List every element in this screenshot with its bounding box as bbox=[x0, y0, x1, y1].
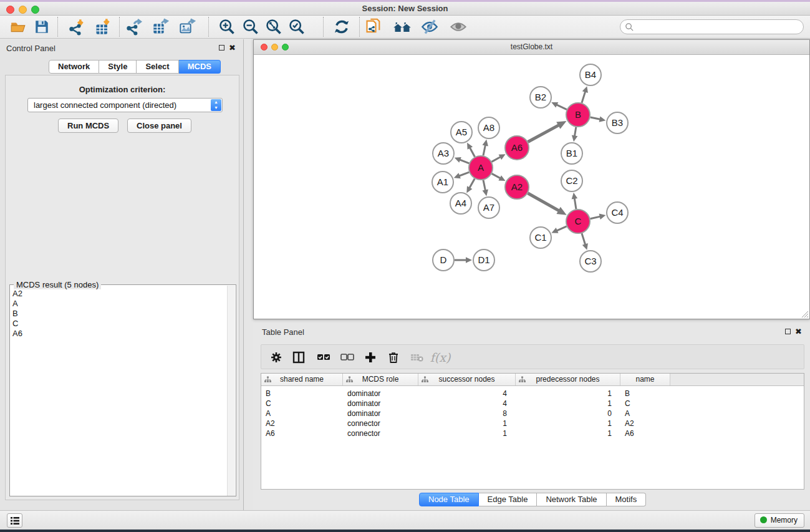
close-panel-button[interactable]: Close panel bbox=[127, 118, 191, 133]
result-scrollbar[interactable] bbox=[227, 286, 235, 496]
tab-edge-table[interactable]: Edge Table bbox=[479, 493, 538, 506]
minimize-network-button[interactable] bbox=[271, 44, 278, 51]
refresh-layout-icon[interactable] bbox=[332, 17, 351, 36]
graph-edge-C-C1[interactable] bbox=[556, 226, 567, 231]
graph-edge-C-C4[interactable] bbox=[591, 216, 601, 219]
show-eye-icon[interactable] bbox=[449, 17, 468, 36]
add-column-icon[interactable] bbox=[363, 350, 378, 365]
table-cell[interactable]: 1 bbox=[516, 389, 620, 399]
table-row[interactable]: A2connector11A2 bbox=[261, 418, 804, 428]
table-row[interactable]: Cdominator41C bbox=[261, 399, 804, 409]
table-cell[interactable]: connector bbox=[343, 418, 418, 428]
table-row[interactable]: Adominator80A bbox=[261, 409, 804, 418]
table-row[interactable]: Bdominator41B bbox=[261, 389, 804, 399]
settings-gear-icon[interactable] bbox=[269, 350, 284, 365]
tab-select[interactable]: Select bbox=[137, 60, 178, 74]
graph-edge-A-A1[interactable] bbox=[458, 172, 469, 176]
result-item[interactable]: A bbox=[11, 299, 223, 309]
table-cell[interactable]: 0 bbox=[516, 409, 620, 418]
column-header-successor-nodes[interactable]: successor nodes bbox=[418, 374, 516, 385]
tab-motifs[interactable]: Motifs bbox=[607, 493, 647, 506]
clone-network-icon[interactable] bbox=[364, 17, 383, 36]
zoom-selected-icon[interactable] bbox=[287, 17, 306, 36]
result-item[interactable]: A2 bbox=[11, 289, 223, 299]
table-cell[interactable]: 1 bbox=[516, 428, 620, 438]
result-item[interactable]: B bbox=[11, 309, 223, 319]
node-table[interactable]: shared nameMCDS rolesuccessor nodesprede… bbox=[261, 373, 804, 490]
table-cell[interactable]: 8 bbox=[418, 409, 516, 418]
table-cell[interactable]: 1 bbox=[516, 418, 620, 428]
graph-edge-B-B2[interactable] bbox=[556, 104, 566, 109]
zoom-in-icon[interactable] bbox=[218, 17, 236, 36]
table-cell[interactable]: B bbox=[261, 389, 343, 399]
zoom-fit-icon[interactable] bbox=[264, 17, 283, 36]
float-panel-icon[interactable] bbox=[219, 45, 224, 51]
column-header-predecessor-nodes[interactable]: predecessor nodes bbox=[516, 374, 620, 385]
select-all-icon[interactable] bbox=[316, 350, 331, 365]
run-mcds-button[interactable]: Run MCDS bbox=[58, 118, 118, 133]
resize-grip[interactable] bbox=[801, 310, 809, 318]
table-row[interactable]: A6connector11A6 bbox=[261, 428, 804, 438]
task-history-button[interactable] bbox=[7, 513, 22, 528]
graph-edge-A-A7[interactable] bbox=[483, 180, 486, 191]
zoom-network-button[interactable] bbox=[282, 44, 289, 51]
graph-edge-A6-B[interactable] bbox=[528, 125, 560, 142]
graph-edge-A-A6[interactable] bbox=[492, 157, 501, 162]
memory-button[interactable]: Memory bbox=[755, 513, 804, 528]
export-table-icon[interactable] bbox=[152, 17, 170, 36]
table-cell[interactable]: 1 bbox=[418, 418, 516, 428]
search-field[interactable] bbox=[620, 19, 804, 34]
table-cell[interactable]: 4 bbox=[418, 389, 516, 399]
graph-edge-A-A4[interactable] bbox=[469, 178, 475, 188]
deselect-all-icon[interactable] bbox=[340, 350, 355, 365]
graph-edge-A-A5[interactable] bbox=[470, 147, 475, 157]
table-cell[interactable]: 1 bbox=[516, 399, 620, 409]
table-cell[interactable]: C bbox=[620, 399, 670, 409]
table-cell[interactable]: B bbox=[620, 389, 670, 399]
tab-network[interactable]: Network bbox=[49, 60, 99, 74]
column-header-shared-name[interactable]: shared name bbox=[261, 374, 343, 385]
hide-selected-icon[interactable] bbox=[420, 17, 439, 36]
close-panel-icon[interactable]: ✖ bbox=[795, 327, 802, 336]
table-cell[interactable]: dominator bbox=[343, 399, 418, 409]
save-session-icon[interactable] bbox=[32, 17, 51, 36]
graph-edge-C-C2[interactable] bbox=[574, 198, 576, 210]
delete-table-icon[interactable] bbox=[410, 350, 425, 365]
export-image-icon[interactable] bbox=[178, 17, 197, 36]
result-item[interactable]: A6 bbox=[11, 329, 223, 339]
minimize-window-button[interactable] bbox=[19, 6, 27, 14]
graph-edge-C-C3[interactable] bbox=[582, 233, 586, 245]
table-cell[interactable]: C bbox=[261, 399, 343, 409]
zoom-window-button[interactable] bbox=[31, 6, 39, 14]
table-cell[interactable]: connector bbox=[343, 428, 418, 438]
open-session-icon[interactable] bbox=[9, 17, 27, 36]
table-cell[interactable]: A6 bbox=[620, 428, 670, 438]
search-input[interactable] bbox=[637, 21, 799, 32]
delete-column-icon[interactable] bbox=[386, 350, 401, 365]
tab-mcds[interactable]: MCDS bbox=[179, 60, 221, 74]
function-builder-icon[interactable]: f(x) bbox=[433, 350, 448, 365]
table-cell[interactable]: 4 bbox=[418, 399, 516, 409]
table-cell[interactable]: dominator bbox=[343, 409, 418, 418]
graph-edge-A-A8[interactable] bbox=[483, 144, 486, 155]
column-header-MCDS-role[interactable]: MCDS role bbox=[343, 374, 418, 385]
table-cell[interactable]: A2 bbox=[261, 418, 343, 428]
table-cell[interactable]: A bbox=[620, 409, 670, 418]
tab-network-table[interactable]: Network Table bbox=[537, 493, 606, 506]
network-canvas[interactable]: B4B2BB3A5A8A3A6B1AA1C2A4A7A2CC4C1C3DD1 bbox=[254, 55, 809, 319]
tab-node-table[interactable]: Node Table bbox=[419, 493, 479, 506]
split-columns-icon[interactable] bbox=[291, 350, 306, 365]
graph-edge-A2-C[interactable] bbox=[528, 193, 559, 211]
table-cell[interactable]: A bbox=[261, 409, 343, 418]
result-item[interactable]: C bbox=[11, 319, 223, 329]
table-cell[interactable]: dominator bbox=[343, 389, 418, 399]
import-network-icon[interactable] bbox=[67, 17, 86, 36]
close-window-button[interactable] bbox=[6, 6, 14, 14]
table-cell[interactable]: A2 bbox=[620, 418, 670, 428]
zoom-out-icon[interactable] bbox=[241, 17, 260, 36]
float-panel-icon[interactable] bbox=[785, 329, 791, 334]
table-cell[interactable]: 1 bbox=[418, 428, 516, 438]
optimization-criterion-select[interactable]: largest connected component (directed) ▲… bbox=[27, 98, 223, 112]
export-network-icon[interactable] bbox=[125, 17, 143, 36]
column-header-name[interactable]: name bbox=[620, 374, 670, 385]
